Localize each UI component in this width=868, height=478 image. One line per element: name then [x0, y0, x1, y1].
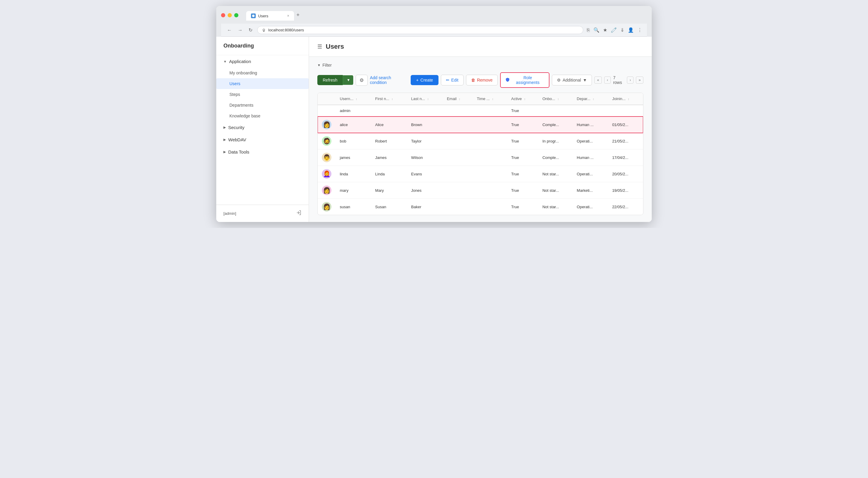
- browser-tab[interactable]: Users ×: [246, 11, 294, 21]
- next-page-button[interactable]: ›: [627, 76, 633, 83]
- sidebar-section-webdav-header[interactable]: ▶ WebDAV: [216, 134, 309, 146]
- chevron-right-icon-2: ▶: [223, 138, 226, 142]
- cell-avatar: 👩: [318, 182, 336, 199]
- cell-department: Human ...: [572, 149, 608, 166]
- cell-time: [473, 116, 507, 133]
- table-row[interactable]: 👩‍🦰lindaLindaEvansTrueNot star...Operati…: [318, 166, 643, 182]
- cell-onboarding: Not star...: [538, 182, 572, 199]
- sidebar-item-users[interactable]: Users: [216, 78, 309, 89]
- browser-window: Users × + ← → ↻ localhost:8080/users ⎘ 🔍…: [216, 6, 652, 222]
- cell-avatar: 👨: [318, 149, 336, 166]
- cell-active: True: [507, 116, 538, 133]
- sort-department-icon: ↕: [592, 97, 594, 101]
- additional-button[interactable]: ⚙ Additional ▼: [552, 75, 592, 86]
- save-icon[interactable]: ⇓: [620, 27, 624, 33]
- col-department-header[interactable]: Depar... ↕: [572, 93, 608, 105]
- address-bar: ← → ↻ localhost:8080/users ⎘ 🔍 ★ 🧷 ⇓ 👤 ⋮: [221, 24, 647, 37]
- cell-active: True: [507, 149, 538, 166]
- logout-button[interactable]: [296, 210, 302, 217]
- gear-icon: ⚙: [360, 78, 364, 83]
- gear-icon-2: ⚙: [557, 78, 561, 82]
- maximize-button[interactable]: [234, 13, 238, 17]
- forward-button[interactable]: →: [237, 26, 244, 34]
- col-joining-header[interactable]: Joinin... ↕: [608, 93, 643, 105]
- table-row[interactable]: adminTrue: [318, 105, 643, 116]
- col-username-header[interactable]: Usern... ↕: [336, 93, 371, 105]
- cell-onboarding: Comple...: [538, 149, 572, 166]
- close-button[interactable]: [221, 13, 225, 17]
- last-page-button[interactable]: »: [636, 76, 643, 83]
- refresh-button[interactable]: Refresh: [317, 75, 343, 85]
- cell-joining: 19/05/2...: [608, 182, 643, 199]
- profile-icon[interactable]: 👤: [628, 27, 634, 33]
- main-header: ☰ Users: [309, 37, 652, 57]
- sidebar-item-departments[interactable]: Departments: [216, 100, 309, 110]
- role-assignments-button[interactable]: Role assignments: [500, 72, 550, 88]
- refresh-dropdown-button[interactable]: ▼: [343, 75, 353, 85]
- prev-page-button[interactable]: ‹: [604, 76, 611, 83]
- cell-department: Human ...: [572, 116, 608, 133]
- sidebar-section-security: ▶ Security: [216, 121, 309, 134]
- back-button[interactable]: ←: [226, 26, 233, 34]
- sidebar-section-application-label: Application: [229, 59, 251, 64]
- download-page-icon[interactable]: ⎘: [587, 28, 590, 33]
- chevron-right-icon-3: ▶: [223, 150, 226, 154]
- sidebar: Onboarding ▼ Application My onboarding U…: [216, 37, 309, 222]
- col-lastname-header[interactable]: Last n... ↕: [407, 93, 443, 105]
- new-tab-button[interactable]: +: [294, 9, 302, 21]
- cell-last_name: Brown: [407, 116, 443, 133]
- sidebar-section-application: ▼ Application My onboarding Users Steps …: [216, 55, 309, 121]
- tab-close-button[interactable]: ×: [287, 14, 289, 18]
- traffic-lights: [221, 13, 238, 17]
- col-email-header[interactable]: Email ↕: [443, 93, 473, 105]
- sidebar-section-security-header[interactable]: ▶ Security: [216, 121, 309, 134]
- col-active-header[interactable]: Active ↕: [507, 93, 538, 105]
- cell-email: [443, 182, 473, 199]
- app-container: Onboarding ▼ Application My onboarding U…: [216, 37, 652, 222]
- table-row[interactable]: 👩aliceAliceBrownTrueComple...Human ...01…: [318, 116, 643, 133]
- add-search-condition-link[interactable]: Add search condition: [370, 75, 409, 85]
- table-row[interactable]: 👩susanSusanBakerTrueNot star...Operati..…: [318, 199, 643, 215]
- reload-button[interactable]: ↻: [247, 26, 254, 34]
- table-row[interactable]: 🧔bobRobertTaylorTrueIn progr...Operati..…: [318, 133, 643, 149]
- remove-button[interactable]: 🗑 Remove: [466, 75, 498, 86]
- sidebar-item-my-onboarding[interactable]: My onboarding: [216, 68, 309, 78]
- cell-email: [443, 149, 473, 166]
- edit-button[interactable]: ✏ Edit: [441, 75, 464, 86]
- bookmark-icon[interactable]: ★: [603, 27, 607, 33]
- table-row[interactable]: 👨jamesJamesWilsonTrueComple...Human ...1…: [318, 149, 643, 166]
- filter-chevron-icon: ▼: [317, 63, 321, 67]
- create-button[interactable]: + Create: [411, 75, 438, 85]
- cell-joining: 01/05/2...: [608, 116, 643, 133]
- sidebar-footer: [admin]: [216, 205, 309, 222]
- minimize-button[interactable]: [228, 13, 232, 17]
- extension-icon[interactable]: 🧷: [611, 27, 617, 33]
- first-page-button[interactable]: «: [594, 76, 602, 83]
- address-input[interactable]: localhost:8080/users: [257, 26, 583, 34]
- cell-first_name: Robert: [371, 133, 407, 149]
- filter-label: Filter: [322, 63, 332, 68]
- sidebar-toggle-button[interactable]: ☰: [317, 43, 322, 50]
- col-onboarding-header[interactable]: Onbo... ↕: [538, 93, 572, 105]
- col-time-header[interactable]: Time ... ↕: [473, 93, 507, 105]
- cell-username: susan: [336, 199, 371, 215]
- menu-icon[interactable]: ⋮: [638, 27, 642, 33]
- cell-joining: 20/05/2...: [608, 166, 643, 182]
- chevron-down-icon: ▼: [223, 60, 227, 63]
- tab-favicon: [251, 13, 256, 18]
- filter-toggle-button[interactable]: ▼ Filter: [317, 63, 332, 68]
- sidebar-item-knowledge-base[interactable]: Knowledge base: [216, 110, 309, 121]
- sidebar-section-data-tools-header[interactable]: ▶ Data Tools: [216, 146, 309, 158]
- cell-onboarding: In progr...: [538, 133, 572, 149]
- zoom-icon[interactable]: 🔍: [593, 27, 599, 33]
- col-firstname-header[interactable]: First n... ↕: [371, 93, 407, 105]
- sidebar-item-steps[interactable]: Steps: [216, 89, 309, 100]
- sidebar-section-application-header[interactable]: ▼ Application: [216, 55, 309, 68]
- cell-active: True: [507, 166, 538, 182]
- table-row[interactable]: 👩maryMaryJonesTrueNot star...Marketi...1…: [318, 182, 643, 199]
- cell-avatar: 👩: [318, 116, 336, 133]
- cell-time: [473, 149, 507, 166]
- settings-button[interactable]: ⚙: [355, 75, 368, 86]
- cell-onboarding: Comple...: [538, 116, 572, 133]
- cell-email: [443, 105, 473, 116]
